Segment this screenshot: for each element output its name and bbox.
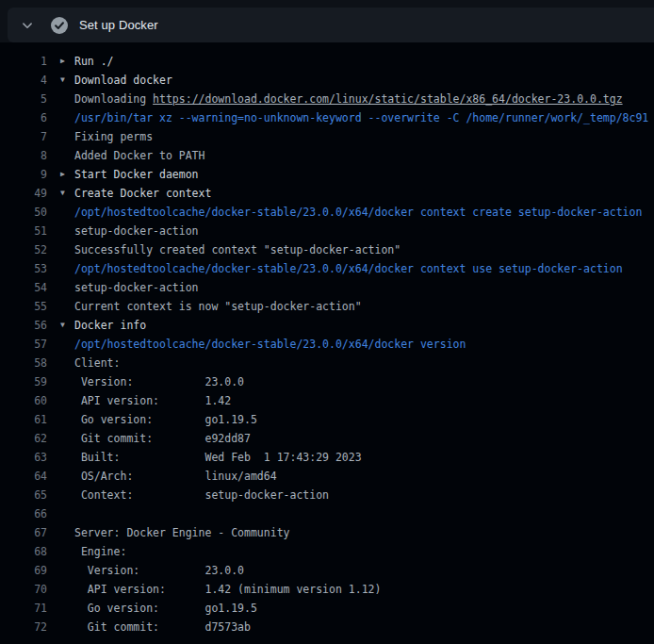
log-link[interactable]: https://download.docker.com/linux/static… xyxy=(153,92,623,106)
line-number[interactable]: 6 xyxy=(0,108,47,127)
log-line: 58 Client: xyxy=(0,354,654,372)
line-text: Engine: xyxy=(74,542,126,561)
group-toggle-icon xyxy=(47,467,74,486)
log-line: 70 API version: 1.42 (minimum version 1.… xyxy=(0,580,654,599)
group-toggle-icon[interactable]: ▶ xyxy=(47,165,74,184)
group-toggle-icon xyxy=(47,618,74,636)
line-number[interactable]: 63 xyxy=(0,448,47,467)
log-line: 65 Context: setup-docker-action xyxy=(0,486,654,504)
log-line: 60 API version: 1.42 xyxy=(0,391,654,410)
line-number[interactable]: 72 xyxy=(0,618,47,636)
log-line: 66 xyxy=(0,504,654,523)
line-number[interactable]: 58 xyxy=(0,354,47,372)
line-text: Built: Wed Feb 1 17:43:29 2023 xyxy=(74,448,362,467)
line-text: /opt/hostedtoolcache/docker-stable/23.0.… xyxy=(74,203,642,222)
line-text: Fixing perms xyxy=(74,127,153,146)
line-number[interactable]: 60 xyxy=(0,391,47,410)
log-line: 71 Go version: go1.19.5 xyxy=(0,599,654,618)
group-toggle-icon xyxy=(47,372,74,391)
group-toggle-icon[interactable]: ▶ xyxy=(47,52,74,71)
log-line: 63 Built: Wed Feb 1 17:43:29 2023 xyxy=(0,448,654,467)
group-toggle-icon xyxy=(47,354,74,372)
line-number[interactable]: 4 xyxy=(0,71,47,90)
line-number[interactable]: 5 xyxy=(0,90,47,108)
chevron-down-icon[interactable] xyxy=(20,18,35,33)
line-number[interactable]: 51 xyxy=(0,222,47,240)
line-text: /opt/hostedtoolcache/docker-stable/23.0.… xyxy=(74,335,466,354)
group-toggle-icon xyxy=(47,410,74,429)
line-text: Current context is now "setup-docker-act… xyxy=(74,297,362,316)
line-text: API version: 1.42 (minimum version 1.12) xyxy=(74,580,381,599)
line-number[interactable]: 8 xyxy=(0,146,47,165)
group-toggle-icon[interactable]: ▼ xyxy=(47,71,74,90)
line-number[interactable]: 56 xyxy=(0,316,47,335)
group-toggle-icon xyxy=(47,561,74,580)
line-text: setup-docker-action xyxy=(74,222,199,240)
log-line: 6 /usr/bin/tar xz --warning=no-unknown-k… xyxy=(0,108,654,127)
line-text: Version: 23.0.0 xyxy=(74,561,244,580)
log-line: 9 ▶ Start Docker daemon xyxy=(0,165,654,184)
line-text: Go version: go1.19.5 xyxy=(74,410,257,429)
check-circle-icon xyxy=(51,17,68,34)
line-text[interactable]: Start Docker daemon xyxy=(74,165,199,184)
group-toggle-icon xyxy=(47,297,74,316)
group-toggle-icon xyxy=(47,542,74,561)
log-line: 55 Current context is now "setup-docker-… xyxy=(0,297,654,316)
line-text: Context: setup-docker-action xyxy=(74,486,329,504)
log-line: 69 Version: 23.0.0 xyxy=(0,561,654,580)
group-toggle-icon[interactable]: ▼ xyxy=(47,316,74,335)
line-number[interactable]: 53 xyxy=(0,259,47,278)
line-text: Server: Docker Engine - Community xyxy=(74,523,289,542)
group-toggle-icon xyxy=(47,146,74,165)
line-number[interactable]: 71 xyxy=(0,599,47,618)
line-text[interactable]: Create Docker context xyxy=(74,184,211,203)
line-number[interactable]: 61 xyxy=(0,410,47,429)
line-text: Version: 23.0.0 xyxy=(74,372,244,391)
step-header[interactable]: Set up Docker xyxy=(8,8,654,42)
line-text: Git commit: d7573ab xyxy=(74,618,251,636)
line-number[interactable]: 66 xyxy=(0,504,47,523)
step-title: Set up Docker xyxy=(79,18,158,32)
line-number[interactable]: 65 xyxy=(0,486,47,504)
line-number[interactable]: 52 xyxy=(0,240,47,259)
line-number[interactable]: 62 xyxy=(0,429,47,448)
line-text: Git commit: e92dd87 xyxy=(74,429,251,448)
line-text[interactable]: Run ./ xyxy=(74,52,114,71)
group-toggle-icon xyxy=(47,278,74,297)
log-line: 50 /opt/hostedtoolcache/docker-stable/23… xyxy=(0,203,654,222)
line-number[interactable]: 9 xyxy=(0,165,47,184)
line-number[interactable]: 49 xyxy=(0,184,47,203)
group-toggle-icon xyxy=(47,222,74,240)
line-number[interactable]: 59 xyxy=(0,372,47,391)
group-toggle-icon xyxy=(47,203,74,222)
group-toggle-icon xyxy=(47,580,74,599)
log-pane[interactable]: 1 ▶ Run ./ 4 ▼ Download docker 5 Downloa… xyxy=(0,42,654,644)
line-number[interactable]: 57 xyxy=(0,335,47,354)
line-number[interactable]: 70 xyxy=(0,580,47,599)
line-number[interactable]: 69 xyxy=(0,561,47,580)
line-number[interactable]: 1 xyxy=(0,52,47,71)
log-line: 67 Server: Docker Engine - Community xyxy=(0,523,654,542)
log-line: 4 ▼ Download docker xyxy=(0,71,654,90)
line-number[interactable]: 68 xyxy=(0,542,47,561)
line-text: /opt/hostedtoolcache/docker-stable/23.0.… xyxy=(74,259,623,278)
log-line: 7 Fixing perms xyxy=(0,127,654,146)
line-number[interactable]: 64 xyxy=(0,467,47,486)
log-line: 5 Downloading https://download.docker.co… xyxy=(0,90,654,108)
log-line: 56 ▼ Docker info xyxy=(0,316,654,335)
line-number[interactable]: 67 xyxy=(0,523,47,542)
log-line: 62 Git commit: e92dd87 xyxy=(0,429,654,448)
log-line: 68 Engine: xyxy=(0,542,654,561)
group-toggle-icon[interactable]: ▼ xyxy=(47,184,74,203)
line-number[interactable]: 7 xyxy=(0,127,47,146)
line-text[interactable]: Docker info xyxy=(74,316,146,335)
line-text: setup-docker-action xyxy=(74,278,199,297)
line-number[interactable]: 55 xyxy=(0,297,47,316)
group-toggle-icon xyxy=(47,448,74,467)
line-text: Added Docker to PATH xyxy=(74,146,204,165)
line-text: OS/Arch: linux/amd64 xyxy=(74,467,277,486)
line-number[interactable]: 50 xyxy=(0,203,47,222)
line-number[interactable]: 54 xyxy=(0,278,47,297)
group-toggle-icon xyxy=(47,599,74,618)
line-text[interactable]: Download docker xyxy=(74,71,172,90)
